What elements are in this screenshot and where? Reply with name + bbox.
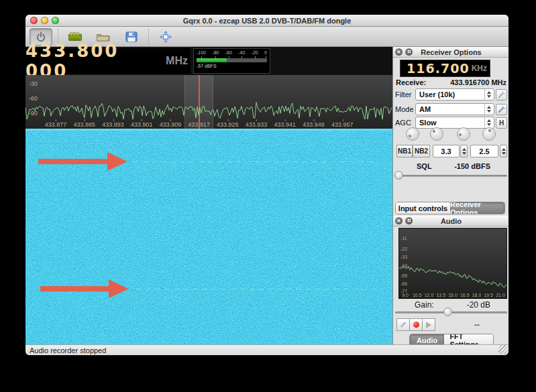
audio-fft-x-tick: 12.0	[425, 293, 434, 298]
slider-handle[interactable]	[443, 308, 452, 316]
signal-strength-meter: -100-80-60-40-200 -57 dBFS	[193, 48, 270, 74]
waterfall-display[interactable]	[25, 129, 392, 344]
annotation-arrow	[38, 152, 127, 171]
audio-fft-x-tick: 16.5	[460, 293, 470, 298]
spectrum-x-tick: 433.901	[131, 121, 153, 128]
nb1-threshold-spinbox[interactable]: 3.3	[433, 145, 460, 157]
nb2-threshold-spinbox[interactable]: 2.5	[470, 145, 498, 157]
filter-shape-button[interactable]	[496, 89, 507, 101]
audio-dock: ✕ Audio -11-22-33-44-55-66-77 9.010.512.…	[393, 216, 508, 344]
audio-fft-plot[interactable]: -11-22-33-44-55-66-77 9.010.512.013.515.…	[398, 228, 507, 299]
spectrum-x-tick: 433.933	[246, 121, 268, 128]
meter-tick-label: -100	[197, 50, 206, 55]
spectrum-x-tick: 433.885	[73, 121, 95, 128]
nb1-stepper[interactable]	[460, 145, 468, 157]
status-bar: Audio recorder stopped	[25, 344, 508, 355]
sql-value: -150 dBFS	[454, 162, 490, 170]
title-bar[interactable]: Gqrx 0.0 - ezcap USB 2.0 DVB-T/DAB/FM do…	[25, 15, 508, 27]
close-window-button[interactable]	[30, 17, 38, 24]
audio-fft-y-tick: -11	[400, 236, 407, 241]
meter-tick-labels: -100-80-60-40-200	[197, 50, 267, 55]
audio-fft-y-tick: -33	[400, 255, 407, 259]
receiver-options-dock: ✕ Receiver Options 116.700 KHz Receive: …	[393, 47, 508, 216]
squelch-row: SQL -150 dBFS	[393, 162, 508, 170]
agc-combobox[interactable]: Slow	[415, 117, 494, 129]
zoom-window-button[interactable]	[52, 17, 59, 24]
dock-tab-bar: Input controls Receiver Options	[395, 202, 505, 214]
mode-options-button[interactable]	[496, 104, 507, 115]
squelch-slider[interactable]	[394, 172, 507, 179]
nb2-button[interactable]: NB2	[413, 145, 430, 157]
agc-knob-3[interactable]	[457, 127, 470, 141]
spectrum-x-tick: 433.941	[274, 121, 297, 128]
tab-receiver-options[interactable]: Receiver Options	[450, 202, 504, 214]
play-audio-button[interactable]	[422, 318, 435, 331]
audio-fft-y-tick: -55	[400, 273, 407, 278]
frequency-lcd[interactable]: 433.800 000 MHz	[25, 48, 191, 74]
audio-fft-x-tick: 13.5	[436, 293, 445, 298]
close-dock-icon[interactable]: ✕	[395, 217, 403, 224]
spectrum-x-tick-labels: 433.877433.885433.893433.901433.909433.9…	[25, 119, 392, 129]
spectrum-x-tick: 433.893	[102, 121, 124, 128]
nb2-stepper[interactable]	[500, 145, 507, 157]
wrench-icon	[498, 106, 505, 113]
spectrum-x-tick: 433.917	[188, 121, 210, 128]
audio-options-button[interactable]	[396, 318, 410, 331]
agc-knob-4[interactable]	[482, 127, 496, 141]
agc-knob-2[interactable]	[430, 127, 443, 141]
slider-track[interactable]	[394, 175, 507, 177]
annotation-arrow	[40, 279, 129, 298]
mode-combobox[interactable]: AM	[415, 103, 494, 115]
audio-fft-y-tick: -44	[400, 263, 407, 268]
combo-stepper[interactable]	[484, 104, 493, 115]
spectrum-x-tick: 433.925	[217, 121, 239, 128]
audio-fft-x-tick: 21.0	[496, 293, 505, 298]
play-icon	[426, 322, 431, 328]
record-icon	[413, 322, 419, 328]
filter-label: Filter	[395, 90, 415, 99]
receive-label: Receive:	[396, 78, 426, 86]
meter-tick-label: -60	[225, 50, 232, 55]
audio-fft-y-tick: -66	[400, 281, 407, 286]
audio-fft-x-tick: 18.0	[472, 293, 482, 298]
dock-title: Audio	[441, 217, 462, 225]
spectrum-x-tick: 433.877	[45, 121, 67, 128]
resize-grip[interactable]	[498, 345, 508, 354]
audio-config-icon	[400, 322, 406, 328]
agc-hang-button[interactable]: H	[496, 117, 507, 129]
meter-readout: -57 dBFS	[197, 64, 267, 68]
receive-value: 433.916700 MHz	[450, 78, 506, 86]
receiver-options-header[interactable]: ✕ Receiver Options	[393, 47, 508, 58]
combo-stepper[interactable]	[484, 117, 493, 128]
meter-tick-label: -80	[212, 50, 219, 55]
gain-slider[interactable]	[395, 309, 507, 316]
offset-frequency-lcd[interactable]: 116.700 KHz	[400, 60, 490, 77]
meter-tick-label: 0	[264, 50, 267, 55]
sql-label: SQL	[417, 162, 432, 170]
tab-input-controls[interactable]: Input controls	[396, 202, 450, 214]
filter-combobox[interactable]: User (10k)	[415, 88, 494, 101]
float-dock-icon[interactable]	[405, 48, 413, 56]
audio-fft-x-tick: 15.0	[448, 293, 458, 298]
mode-value: AM	[419, 105, 484, 113]
spectrum-y-tick: -90	[29, 110, 38, 117]
meter-tick-label: -40	[238, 50, 245, 55]
float-dock-icon[interactable]	[405, 217, 413, 224]
spectrum-trace	[25, 75, 392, 121]
nb1-button[interactable]: NB1	[396, 145, 413, 157]
audio-fft-x-tick: 10.5	[413, 293, 422, 298]
audio-header[interactable]: ✕ Audio	[393, 216, 508, 226]
minimize-window-button[interactable]	[41, 17, 48, 24]
combo-stepper[interactable]	[484, 89, 493, 100]
offset-frequency-value[interactable]: 116.700	[407, 61, 470, 76]
receive-frequency-row: Receive: 433.916700 MHz	[396, 78, 506, 86]
agc-knob-1[interactable]	[406, 127, 419, 141]
spectrum-plot[interactable]: -30 -60 -90 433.877433.885433.893433.901…	[25, 75, 392, 129]
record-audio-button[interactable]	[409, 318, 423, 331]
close-dock-icon[interactable]: ✕	[395, 48, 403, 56]
slider-handle[interactable]	[394, 171, 403, 180]
gqrx-window: Gqrx 0.0 - ezcap USB 2.0 DVB-T/DAB/FM do…	[25, 15, 508, 355]
audio-fft-x-tick: 9.0	[402, 293, 409, 298]
offset-frequency-unit: KHz	[472, 64, 487, 73]
spectrum-y-tick: -30	[29, 80, 38, 87]
